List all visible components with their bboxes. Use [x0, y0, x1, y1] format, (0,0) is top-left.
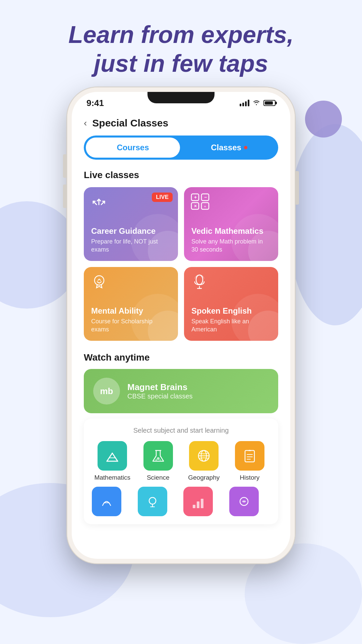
- science-label: Science: [147, 474, 170, 481]
- svg-point-19: [160, 459, 161, 461]
- card-wave2: [231, 214, 278, 261]
- subject-mathematics[interactable]: Mathematics: [92, 441, 133, 481]
- phone-screen: 9:41: [72, 92, 290, 559]
- subjects-card: Select subject and start learning: [84, 419, 278, 524]
- notification-dot: [244, 146, 247, 149]
- card-spoken-english[interactable]: Spoken English Speak English like an Ame…: [184, 267, 278, 341]
- svg-point-18: [155, 459, 157, 461]
- watch-anytime-title: Watch anytime: [84, 352, 278, 363]
- svg-text:+: +: [194, 195, 197, 200]
- live-classes-grid: LIVE Career Guidance Prepare for life, N…: [84, 187, 278, 341]
- geography-label: Geography: [188, 474, 220, 481]
- subjects-grid: Mathematics: [92, 441, 270, 481]
- svg-text:−: −: [204, 195, 207, 200]
- hero-section: Learn from experts, just in few taps: [0, 20, 362, 78]
- card-wave2: [231, 294, 278, 341]
- card-career-guidance[interactable]: LIVE Career Guidance Prepare for life, N…: [84, 187, 178, 261]
- mathematics-icon: [98, 441, 127, 471]
- bg-blob-right: [288, 124, 362, 325]
- mathematics-label: Mathematics: [94, 474, 130, 481]
- svg-point-9: [196, 275, 203, 284]
- magnet-brains-subtitle: CBSE special classes: [127, 392, 193, 400]
- card-wave2: [131, 214, 178, 261]
- subject-geography[interactable]: Geography: [183, 441, 225, 481]
- page-title: Special Classes: [92, 117, 168, 129]
- subject-history[interactable]: History: [229, 441, 270, 481]
- subject-science[interactable]: Science: [138, 441, 179, 481]
- svg-point-28: [149, 497, 156, 504]
- magnet-brains-title: Magnet Brains: [127, 382, 193, 392]
- wifi-icon: [253, 99, 260, 107]
- app-header: ‹ Special Classes: [84, 109, 278, 136]
- subject8-icon[interactable]: [229, 487, 259, 516]
- tab-classes[interactable]: Classes: [182, 138, 276, 158]
- tab-courses[interactable]: Courses: [86, 138, 180, 158]
- tab-switcher: Courses Classes: [84, 136, 278, 160]
- magnet-brains-text: Magnet Brains CBSE special classes: [127, 382, 193, 400]
- back-button[interactable]: ‹: [84, 118, 87, 128]
- card-mental-ability[interactable]: Mental Ability Course for Scholarship ex…: [84, 267, 178, 341]
- live-classes-title: Live classes: [84, 170, 278, 180]
- subject6-icon[interactable]: [138, 487, 167, 516]
- card-wave2: [131, 294, 178, 341]
- svg-line-12: [107, 453, 112, 461]
- svg-point-17: [157, 457, 160, 460]
- subject7-icon[interactable]: [183, 487, 213, 516]
- status-time: 9:41: [86, 98, 104, 108]
- history-icon: [235, 441, 264, 471]
- subject5-icon[interactable]: [92, 487, 121, 516]
- svg-line-13: [112, 453, 118, 461]
- svg-text:×: ×: [194, 203, 197, 209]
- magnet-brains-logo: mb: [93, 378, 120, 405]
- svg-text:÷: ÷: [204, 205, 206, 208]
- science-icon: [143, 441, 173, 471]
- purple-decoration-circle: [305, 101, 342, 138]
- signal-icon: [240, 100, 249, 106]
- select-subject-label: Select subject and start learning: [92, 427, 270, 434]
- svg-rect-33: [201, 499, 203, 508]
- mental-ability-icon: [90, 273, 108, 292]
- spoken-english-icon: [191, 273, 208, 292]
- career-guidance-icon: [90, 193, 110, 213]
- live-badge: LIVE: [152, 193, 173, 202]
- hero-title: Learn from experts, just in few taps: [27, 20, 335, 78]
- magnet-brains-card[interactable]: mb Magnet Brains CBSE special classes: [84, 369, 278, 413]
- card-vedic-math[interactable]: + − × ÷ Vedic Mathematics Solve any Math…: [184, 187, 278, 261]
- battery-icon: [263, 100, 276, 106]
- phone-outer-shell: 9:41: [67, 87, 295, 564]
- more-subjects-row: [92, 487, 270, 516]
- phone-mockup: 9:41: [67, 87, 295, 564]
- history-label: History: [240, 474, 259, 481]
- phone-notch: [147, 92, 215, 103]
- geography-icon: [189, 441, 219, 471]
- vedic-math-icon: + − × ÷: [191, 193, 209, 211]
- svg-rect-31: [193, 505, 195, 508]
- svg-point-8: [95, 276, 104, 285]
- svg-rect-32: [197, 501, 199, 508]
- svg-rect-23: [245, 450, 254, 462]
- status-icons: [240, 99, 276, 107]
- app-content: ‹ Special Classes Courses Classes Live c…: [72, 109, 290, 559]
